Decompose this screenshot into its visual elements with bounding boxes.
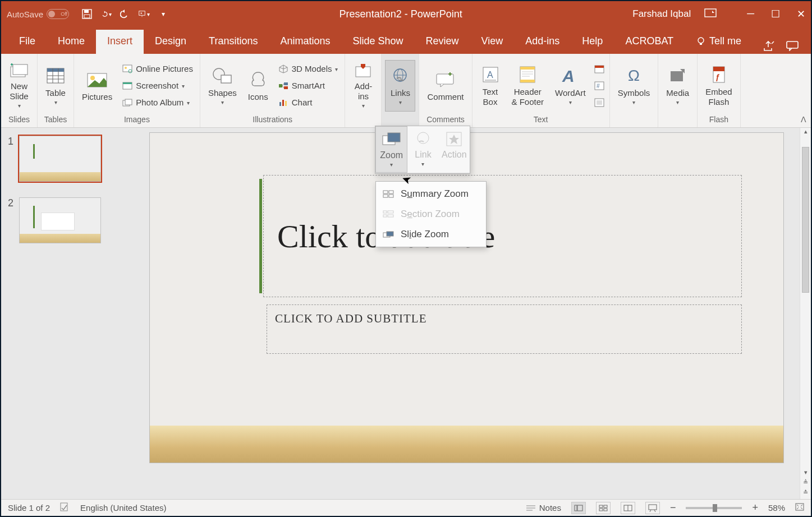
redo-icon[interactable]: [120, 8, 131, 20]
slide-floor-graphic: [150, 426, 783, 463]
tab-acrobat[interactable]: ACROBAT: [614, 30, 685, 54]
textbox-label: TextBox: [483, 87, 498, 107]
links-button[interactable]: Links ▾: [385, 60, 415, 112]
addins-label: Add-ins: [355, 81, 373, 101]
title-placeholder-box[interactable]: Click to add title: [263, 175, 742, 297]
svg-rect-18: [123, 65, 132, 72]
svg-rect-9: [13, 64, 27, 75]
slide-thumbnails-panel[interactable]: 1 2: [1, 128, 122, 499]
tab-tellme[interactable]: Tell me: [685, 30, 753, 54]
date-time-button[interactable]: [593, 61, 606, 77]
zoom-icon: [382, 131, 402, 148]
tab-slideshow[interactable]: Slide Show: [342, 30, 415, 54]
svg-rect-66: [383, 211, 387, 213]
toggle-switch[interactable]: Off: [47, 9, 69, 19]
maximize-button[interactable]: ☐: [771, 8, 780, 20]
slide-thumbnail-2[interactable]: [19, 197, 101, 243]
slide-counter[interactable]: Slide 1 of 2: [8, 503, 50, 513]
tab-help[interactable]: Help: [571, 30, 614, 54]
zoom-in-button[interactable]: +: [752, 502, 758, 514]
header-footer-button[interactable]: Header& Footer: [507, 60, 549, 112]
chevron-down-icon: ▾: [399, 99, 402, 106]
slide-number-button[interactable]: #: [593, 77, 606, 94]
start-from-beginning-icon[interactable]: ▾: [139, 8, 150, 20]
svg-rect-29: [284, 86, 288, 89]
subtitle-placeholder-box[interactable]: CLICK TO ADD SUBTITLE: [267, 304, 742, 354]
chevron-down-icon: ▾: [335, 66, 338, 73]
save-icon[interactable]: [81, 8, 93, 20]
collapse-ribbon-icon[interactable]: ᐱ: [801, 115, 806, 124]
slide-zoom-item[interactable]: Slide Zoom: [376, 224, 486, 244]
tab-design[interactable]: Design: [144, 30, 198, 54]
svg-rect-54: [671, 71, 683, 81]
photo-album-button[interactable]: Photo Album ▾: [119, 94, 196, 111]
date-icon: [594, 64, 604, 73]
sorter-view-button[interactable]: [596, 502, 611, 514]
qat-customize-icon[interactable]: ▾: [158, 8, 169, 20]
svg-rect-59: [388, 133, 400, 142]
omega-icon: Ω: [624, 66, 644, 86]
tab-insert[interactable]: Insert: [96, 30, 144, 54]
svg-point-19: [125, 67, 127, 69]
slide-thumbnail-1[interactable]: [19, 136, 101, 182]
share-icon[interactable]: [763, 40, 775, 54]
zoom-percent[interactable]: 58%: [768, 503, 785, 513]
addins-button[interactable]: Add-ins ▾: [348, 60, 378, 112]
scroll-up-arrow[interactable]: ▴: [800, 128, 811, 138]
icons-button[interactable]: Icons: [244, 60, 273, 112]
svg-rect-22: [123, 82, 132, 84]
symbols-button[interactable]: Ω Symbols ▾: [613, 60, 655, 112]
autosave-toggle[interactable]: AutoSave Off: [7, 9, 69, 19]
user-name[interactable]: Farshad Iqbal: [632, 8, 691, 20]
tab-view[interactable]: View: [470, 30, 515, 54]
vertical-scrollbar[interactable]: ▴ ▾ ≜ ≛: [800, 128, 811, 499]
reading-view-button[interactable]: [621, 502, 635, 514]
undo-icon[interactable]: ▾: [100, 8, 112, 20]
slideshow-view-button[interactable]: [645, 502, 660, 514]
tab-review[interactable]: Review: [415, 30, 470, 54]
tab-transitions[interactable]: Transitions: [198, 30, 269, 54]
embed-flash-button[interactable]: ƒ EmbedFlash: [701, 60, 737, 112]
tab-file[interactable]: File: [8, 30, 47, 54]
textbox-button[interactable]: A TextBox: [476, 60, 505, 112]
wordart-button[interactable]: A WordArt ▾: [550, 60, 590, 112]
summary-zoom-item[interactable]: Summary Zoom: [376, 184, 486, 204]
smartart-label: SmartArt: [292, 81, 325, 91]
pictures-button[interactable]: Pictures: [77, 60, 117, 112]
tab-animations[interactable]: Animations: [269, 30, 341, 54]
notes-button[interactable]: Notes: [526, 503, 561, 513]
spellcheck-icon[interactable]: [60, 502, 70, 513]
ribbon-display-icon[interactable]: [704, 8, 717, 20]
wordart-icon: A: [560, 66, 580, 86]
zoom-slider-thumb[interactable]: [713, 504, 717, 512]
language-label[interactable]: English (United States): [80, 503, 166, 513]
3d-models-button[interactable]: 3D Models ▾: [275, 61, 342, 77]
comment-button[interactable]: Comment: [423, 60, 468, 112]
minimize-button[interactable]: ─: [747, 8, 754, 20]
thumbnail-content-box: [41, 213, 75, 230]
table-button[interactable]: Table ▾: [41, 60, 70, 112]
zoom-out-button[interactable]: −: [670, 502, 676, 514]
normal-view-button[interactable]: [571, 502, 586, 514]
scrollbar-thumb[interactable]: [802, 147, 809, 293]
prev-slide-arrow[interactable]: ≜: [800, 479, 811, 489]
next-slide-arrow[interactable]: ≛: [800, 489, 811, 499]
close-button[interactable]: ✕: [797, 8, 805, 20]
screenshot-button[interactable]: Screenshot ▾: [119, 77, 196, 94]
tab-addins[interactable]: Add-ins: [514, 30, 571, 54]
zoom-button[interactable]: Zoom ▾: [375, 126, 407, 173]
online-pictures-button[interactable]: Online Pictures: [119, 61, 196, 77]
new-slide-button[interactable]: NewSlide ▾: [4, 60, 34, 112]
zoom-slider[interactable]: [686, 507, 742, 509]
shapes-button[interactable]: Shapes ▾: [204, 60, 241, 112]
tab-home[interactable]: Home: [47, 30, 96, 54]
media-button[interactable]: Media ▾: [662, 60, 694, 112]
object-button[interactable]: [593, 94, 606, 111]
smartart-button[interactable]: SmartArt: [275, 77, 342, 94]
comments-icon[interactable]: [786, 41, 799, 53]
scroll-down-arrow[interactable]: ▾: [800, 469, 811, 479]
fit-to-window-button[interactable]: [795, 503, 804, 513]
group-symbols-label: [613, 115, 655, 126]
chart-button[interactable]: Chart: [275, 94, 342, 111]
section-zoom-item: Section Zoom: [376, 204, 486, 224]
